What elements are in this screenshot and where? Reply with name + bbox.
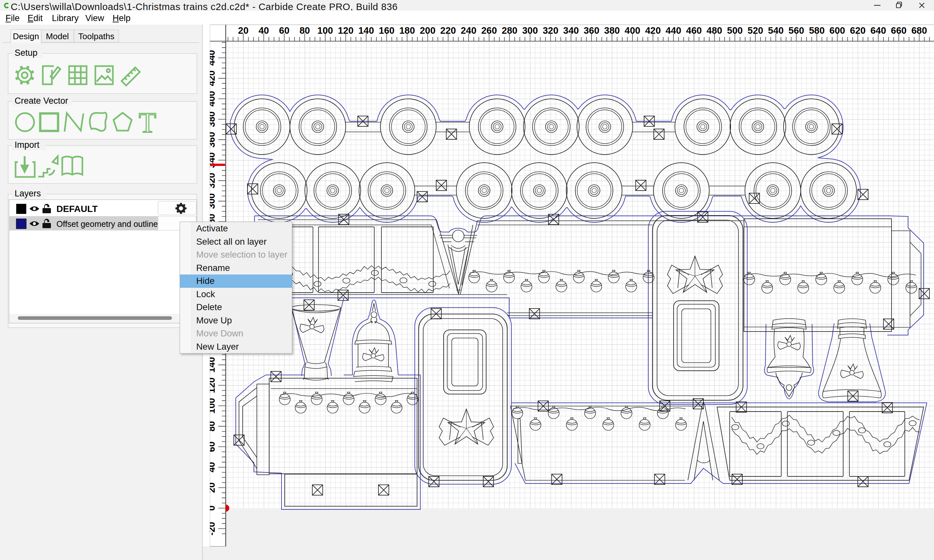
- svg-text:440: 440: [666, 25, 681, 35]
- svg-text:Design: Design: [13, 31, 39, 41]
- svg-text:600: 600: [829, 25, 845, 35]
- svg-text:460: 460: [686, 25, 702, 35]
- svg-text:220: 220: [441, 25, 456, 35]
- svg-text:Offset geometry and outline: Offset geometry and outline: [56, 219, 158, 228]
- svg-text:100: 100: [317, 25, 333, 35]
- svg-text:660: 660: [891, 25, 906, 35]
- svg-text:280: 280: [502, 25, 517, 35]
- svg-text:240: 240: [461, 25, 476, 35]
- svg-text:T: T: [139, 107, 156, 138]
- svg-text:Layers: Layers: [15, 189, 41, 198]
- svg-text:300: 300: [522, 25, 538, 35]
- svg-text:560: 560: [788, 25, 804, 35]
- svg-text:500: 500: [727, 25, 743, 35]
- svg-text:Create Vector: Create Vector: [15, 96, 68, 106]
- svg-text:680: 680: [911, 25, 927, 35]
- svg-text:520: 520: [748, 25, 763, 35]
- svg-text:320: 320: [543, 25, 558, 35]
- svg-text:Model: Model: [46, 31, 69, 41]
- svg-text:260: 260: [481, 25, 497, 35]
- svg-text:20: 20: [238, 25, 248, 35]
- svg-text:400: 400: [624, 25, 640, 35]
- svg-text:40: 40: [259, 25, 269, 35]
- svg-text:640: 640: [871, 25, 886, 35]
- svg-text:60: 60: [279, 25, 289, 35]
- svg-text:620: 620: [850, 25, 866, 35]
- svg-text:580: 580: [809, 25, 825, 35]
- svg-text:180: 180: [399, 25, 415, 35]
- svg-text:120: 120: [338, 25, 353, 35]
- svg-text:160: 160: [379, 25, 395, 35]
- svg-text:DEFAULT: DEFAULT: [56, 204, 98, 214]
- svg-text:360: 360: [584, 25, 599, 35]
- svg-text:540: 540: [768, 25, 783, 35]
- svg-text:Setup: Setup: [15, 48, 38, 58]
- svg-text:200: 200: [420, 25, 435, 35]
- svg-text:140: 140: [358, 25, 374, 35]
- svg-text:Toolpaths: Toolpaths: [78, 31, 114, 41]
- svg-text:380: 380: [604, 25, 620, 35]
- svg-text:80: 80: [299, 25, 310, 35]
- svg-text:340: 340: [563, 25, 579, 35]
- svg-text:480: 480: [707, 25, 722, 35]
- svg-text:Import: Import: [15, 140, 40, 150]
- svg-text:420: 420: [645, 25, 661, 35]
